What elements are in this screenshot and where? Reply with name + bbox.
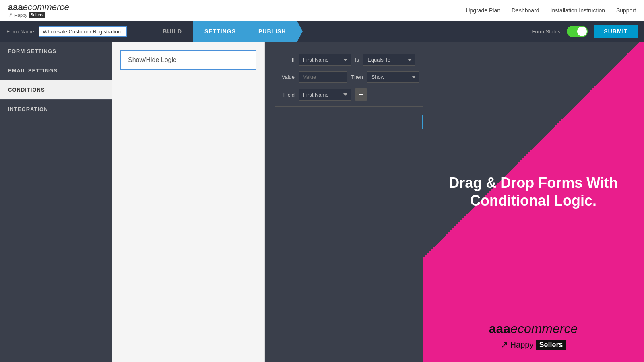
form-status-label: Form Status bbox=[532, 29, 561, 35]
form-status-toggle[interactable] bbox=[567, 26, 588, 37]
if-field-select[interactable]: First Name Last Name Email Phone bbox=[299, 54, 351, 66]
sidebar-item-form-settings[interactable]: FORM SETTINGS bbox=[0, 42, 112, 61]
logo-sub-prefix: Happy bbox=[14, 13, 27, 18]
promo-logo-prefix: aaa bbox=[489, 321, 510, 336]
sidebar-item-email-settings[interactable]: EMAIL SETTINGS bbox=[0, 61, 112, 80]
nav-installation[interactable]: Installation Instruction bbox=[551, 7, 605, 14]
promo-sellers-badge: Sellers bbox=[536, 340, 566, 350]
toggle-knob bbox=[577, 27, 587, 36]
tab-publish[interactable]: PUBLISH bbox=[247, 21, 297, 42]
nav-upgrade-plan[interactable]: Upgrade Plan bbox=[466, 7, 500, 14]
form-name-input[interactable] bbox=[39, 26, 127, 37]
center-panel: Show/Hide Logic bbox=[112, 42, 265, 362]
value-label: Value bbox=[275, 74, 295, 80]
form-name-label: Form Name: bbox=[6, 29, 35, 35]
toolbar-tabs: BUILD SETTINGS PUBLISH bbox=[151, 21, 297, 42]
sellers-badge: Sellers bbox=[29, 12, 45, 18]
is-condition-select[interactable]: Equals To Not Equals Contains Not Contai… bbox=[363, 54, 415, 66]
promo-content: Drag & Drop Forms With Conditional Logic… bbox=[423, 42, 644, 309]
if-label: If bbox=[275, 57, 295, 63]
value-input[interactable] bbox=[299, 71, 347, 83]
field-select[interactable]: First Name Last Name Email Phone bbox=[299, 89, 351, 101]
sidebar: FORM SETTINGS EMAIL SETTINGS CONDITIONS … bbox=[0, 42, 112, 362]
toolbar-right: Form Status SUBMIT bbox=[532, 25, 638, 38]
promo-headline: Drag & Drop Forms With Conditional Logic… bbox=[423, 174, 644, 209]
submit-button[interactable]: SUBMIT bbox=[594, 25, 638, 38]
sidebar-item-integration[interactable]: INTEGRATION bbox=[0, 100, 112, 119]
nav-links: Upgrade Plan Dashboard Installation Inst… bbox=[466, 7, 636, 14]
field-label: Field bbox=[275, 92, 295, 98]
main-layout: FORM SETTINGS EMAIL SETTINGS CONDITIONS … bbox=[0, 42, 644, 362]
logo-brand: ecommerce bbox=[23, 2, 69, 12]
promo-area: Drag & Drop Forms With Conditional Logic… bbox=[423, 42, 644, 362]
tab-build[interactable]: BUILD bbox=[151, 21, 193, 42]
promo-arrow-icon: ↗ bbox=[501, 339, 508, 350]
sidebar-item-conditions[interactable]: CONDITIONS bbox=[0, 80, 112, 100]
tab-settings[interactable]: SETTINGS bbox=[193, 21, 247, 42]
amazon-icon: ↗ bbox=[8, 12, 13, 18]
promo-logo-brand: ecommerce bbox=[510, 321, 578, 336]
nav-support[interactable]: Support bbox=[616, 7, 636, 14]
content-area: If First Name Last Name Email Phone Is E… bbox=[265, 42, 644, 362]
then-action-select[interactable]: Show Hide bbox=[367, 71, 419, 83]
add-field-button[interactable]: + bbox=[355, 88, 367, 101]
nav-dashboard[interactable]: Dashboard bbox=[512, 7, 539, 14]
then-label: Then bbox=[351, 74, 363, 80]
top-nav: aaaecommerce ↗ Happy Sellers Upgrade Pla… bbox=[0, 0, 644, 21]
logo-prefix: aaa bbox=[8, 2, 23, 12]
logo: aaaecommerce ↗ Happy Sellers bbox=[8, 2, 69, 19]
show-hide-logic-box[interactable]: Show/Hide Logic bbox=[120, 50, 256, 70]
is-label: Is bbox=[355, 57, 359, 63]
toolbar: Form Name: BUILD SETTINGS PUBLISH Form S… bbox=[0, 21, 644, 42]
promo-logo-sub-prefix: Happy bbox=[510, 340, 534, 350]
promo-logo-area: aaaecommerce ↗ Happy Sellers bbox=[423, 309, 644, 362]
